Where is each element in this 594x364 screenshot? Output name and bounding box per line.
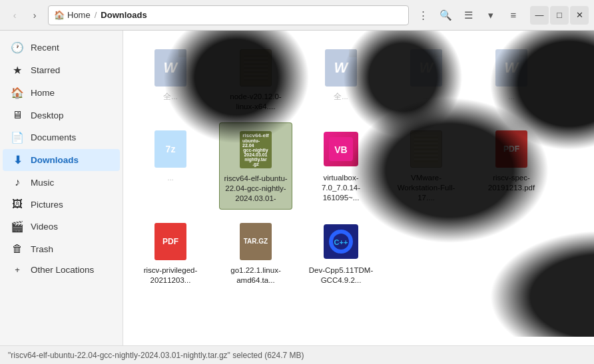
sidebar-label-pictures: Pictures — [31, 200, 63, 210]
more-options-button[interactable]: ⋮ — [413, 6, 433, 25]
file-icon-wrap — [405, 128, 447, 170]
sidebar-label-desktop: Desktop — [31, 110, 64, 120]
sidebar-label-videos: Videos — [31, 222, 58, 232]
content-area: W 全... node-v20.12.0-linux-x64.... — [123, 31, 594, 345]
file-name: node-v20.12.0-linux-x64.... — [222, 92, 290, 112]
files-container: W 全... node-v20.12.0-linux-x64.... — [123, 31, 594, 337]
file-icon-wrap — [234, 47, 277, 89]
file-name: riscv64-elf-ubuntu-22.04-gcc-nightly-202… — [222, 174, 289, 204]
starred-icon: ★ — [11, 64, 24, 77]
sidebar-item-music[interactable]: ♪ Music — [3, 172, 120, 193]
address-separator: / — [95, 10, 97, 20]
sidebar-item-recent[interactable]: 🕐 Recent — [3, 37, 120, 59]
sidebar-label-trash: Trash — [31, 244, 53, 254]
file-icon-wrap: PDF — [149, 220, 192, 263]
file-item[interactable]: W ... — [475, 41, 548, 117]
file-icon-wrap: TAR.GZ — [234, 220, 277, 263]
address-home-label: Home — [67, 10, 91, 20]
file-name: riscv-privileged-20211203... — [137, 266, 204, 285]
sidebar-label-other-locations: Other Locations — [31, 265, 94, 275]
sidebar: 🕐 Recent ★ Starred 🏠 Home 🖥 Desktop 📄 Do… — [0, 31, 123, 345]
file-item-virtualbox[interactable]: VB virtualbox-7.0_7.0.14-161095~... — [304, 122, 378, 210]
file-icon-wrap: PDF — [490, 128, 533, 170]
sidebar-item-downloads[interactable]: ⬇ Downloads — [3, 149, 120, 171]
nav-back-button[interactable]: ‹ — [5, 6, 24, 25]
close-button[interactable]: ✕ — [570, 6, 589, 25]
desktop-icon: 🖥 — [11, 109, 24, 121]
file-item-devcpp[interactable]: C++ Dev-Cpp5.11TDM-GCC4.9.2... — [304, 215, 378, 291]
sidebar-item-other-locations[interactable]: + Other Locations — [3, 260, 120, 279]
sidebar-item-home[interactable]: 🏠 Home — [3, 82, 120, 104]
file-name: virtualbox-7.0_7.0.14-161095~... — [307, 173, 375, 203]
svg-text:C++: C++ — [334, 238, 348, 246]
statusbar: "riscv64-elf-ubuntu-22.04-gcc-nightly-20… — [0, 345, 594, 364]
deb-icon: VB — [322, 130, 360, 168]
file-item-riscv-spec[interactable]: PDF riscv-spec-20191213.pdf — [475, 122, 548, 210]
file-item[interactable]: W 全... — [304, 41, 378, 117]
other-locations-icon: + — [11, 265, 24, 275]
word-icon: W — [410, 49, 442, 87]
file-item[interactable]: node-v20.12.0-linux-x64.... — [219, 41, 292, 117]
pdf-icon: PDF — [495, 130, 527, 168]
file-item[interactable]: W 全... — [134, 41, 207, 117]
file-item-vmware[interactable]: VMware-Workstation-Full-17.... — [390, 122, 463, 210]
recent-icon: 🕐 — [11, 41, 24, 54]
music-icon: ♪ — [11, 176, 24, 188]
titlebar: ‹ › 🏠 Home / Downloads ⋮ 🔍 ☰ ▾ ≡ — □ ✕ — [0, 0, 594, 31]
file-item-go-tar[interactable]: TAR.GZ go1.22.1.linux-amd64.ta... — [219, 215, 292, 291]
file-item-riscv-tar-selected[interactable]: riscv64-elf ubuntu-22.04 gcc-nightly 202… — [219, 122, 292, 210]
view-options-button[interactable]: ≡ — [503, 6, 523, 25]
sidebar-item-pictures[interactable]: 🖼 Pictures — [3, 194, 120, 215]
home-sidebar-icon: 🏠 — [11, 87, 24, 99]
main-layout: 🕐 Recent ★ Starred 🏠 Home 🖥 Desktop 📄 Do… — [0, 31, 594, 345]
file-icon-wrap: W — [149, 47, 192, 89]
home-icon: 🏠 — [54, 10, 65, 20]
archive-icon — [410, 130, 442, 168]
file-name: VMware-Workstation-Full-17.... — [392, 173, 460, 203]
file-name: go1.22.1.linux-amd64.ta... — [222, 266, 290, 285]
view-dropdown-button[interactable]: ▾ — [481, 6, 501, 25]
file-item[interactable]: 7z ... — [134, 122, 207, 210]
address-bar[interactable]: 🏠 Home / Downloads — [48, 5, 409, 25]
pictures-icon: 🖼 — [11, 198, 24, 210]
file-icon-wrap: riscv64-elf ubuntu-22.04 gcc-nightly 202… — [234, 128, 277, 171]
file-name: ... — [167, 173, 174, 183]
archive-icon — [240, 49, 272, 87]
nav-forward-button[interactable]: › — [25, 6, 44, 25]
sidebar-item-starred[interactable]: ★ Starred — [3, 59, 120, 81]
file-icon-wrap: W — [490, 47, 533, 89]
sidebar-item-documents[interactable]: 📄 Documents — [3, 126, 120, 148]
pdf-icon: PDF — [154, 223, 186, 260]
downloads-icon: ⬇ — [11, 154, 24, 166]
toolbar-actions: ⋮ 🔍 ☰ ▾ ≡ — [413, 6, 523, 25]
file-name: 全... — [334, 92, 348, 102]
devcpp-icon: C++ — [324, 224, 358, 259]
file-icon-wrap: W — [320, 47, 362, 89]
file-icon-wrap: 7z — [149, 128, 192, 170]
word-icon: W — [154, 49, 186, 87]
7z-icon: 7z — [154, 130, 186, 168]
sidebar-item-desktop[interactable]: 🖥 Desktop — [3, 104, 120, 126]
view-list-button[interactable]: ☰ — [458, 6, 478, 25]
files-grid: W 全... node-v20.12.0-linux-x64.... — [123, 31, 594, 301]
file-icon-wrap: C++ — [320, 220, 362, 263]
sidebar-label-home: Home — [31, 88, 55, 98]
statusbar-text: "riscv64-elf-ubuntu-22.04-gcc-nightly-20… — [8, 351, 304, 360]
search-button[interactable]: 🔍 — [436, 6, 455, 25]
file-item-riscv-privileged[interactable]: PDF riscv-privileged-20211203... — [134, 215, 207, 291]
word-icon: W — [325, 49, 357, 87]
file-name: 全... — [163, 92, 178, 102]
file-item[interactable]: W ... — [390, 41, 463, 117]
maximize-button[interactable]: □ — [550, 6, 569, 25]
minimize-button[interactable]: — — [530, 6, 549, 25]
word-icon: W — [495, 49, 527, 87]
sidebar-item-trash[interactable]: 🗑 Trash — [3, 238, 120, 260]
file-name: ... — [423, 92, 430, 102]
sidebar-label-recent: Recent — [31, 43, 59, 53]
file-name: Dev-Cpp5.11TDM-GCC4.9.2... — [307, 266, 375, 285]
svg-text:VB: VB — [334, 144, 347, 155]
trash-icon: 🗑 — [11, 243, 24, 255]
sidebar-label-documents: Documents — [31, 132, 76, 142]
sidebar-item-videos[interactable]: 🎬 Videos — [3, 216, 120, 238]
file-name: ... — [508, 92, 515, 102]
